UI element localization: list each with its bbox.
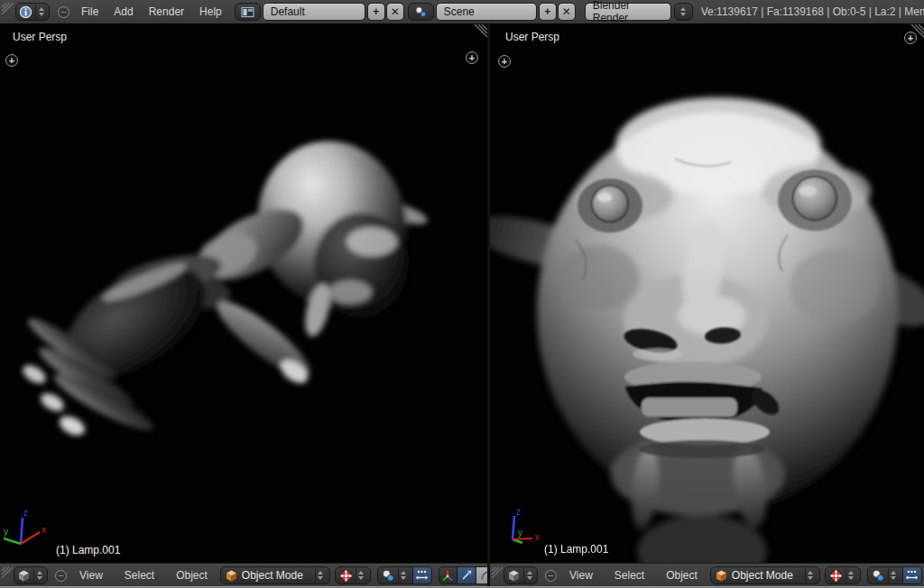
collapse-menus-button[interactable]: − — [58, 6, 69, 18]
corner-resize-grip[interactable] — [491, 566, 503, 578]
toolshelf-expand-icon[interactable]: + — [5, 54, 18, 67]
axis-z-label: z — [516, 507, 521, 517]
properties-expand-icon[interactable]: + — [466, 51, 478, 64]
editor-type-selector[interactable] — [504, 566, 538, 584]
toolshelf-expand-icon[interactable]: + — [498, 55, 511, 68]
spinner-arrows — [315, 568, 326, 583]
screen-layout-icon — [241, 5, 254, 19]
engine-spinner-button[interactable] — [674, 3, 693, 21]
minus-icon: − — [548, 571, 553, 581]
menu-select[interactable]: Select — [119, 569, 160, 582]
editor-spinner-arrows[interactable] — [523, 568, 534, 583]
scene-icon — [414, 5, 428, 19]
mode-dropdown[interactable]: Object Mode — [710, 566, 820, 584]
3d-viewport-left[interactable]: User Persp + + z y x (1) Lamp.001 — [0, 23, 487, 563]
info-editor-icon — [19, 5, 32, 19]
collapse-menus-button[interactable]: − — [545, 570, 557, 582]
manipulate-center-points-toggle[interactable] — [413, 566, 432, 584]
corner-resize-grip[interactable] — [910, 23, 924, 38]
viewport-header-left: − View Select Object Object Mode — [0, 563, 487, 587]
menu-object[interactable]: Object — [661, 569, 703, 582]
delete-layout-button[interactable]: ✕ — [386, 3, 404, 21]
menu-help[interactable]: Help — [194, 5, 227, 18]
pivot-point-dropdown[interactable] — [377, 566, 413, 584]
object-mode-cube-icon — [715, 569, 728, 583]
menu-file[interactable]: File — [76, 5, 104, 18]
menu-view[interactable]: View — [74, 569, 108, 582]
manipulator-axis-icon — [441, 569, 454, 582]
rotate-arc-icon — [479, 569, 487, 582]
viewport-shading-dropdown[interactable] — [335, 566, 371, 584]
mode-dropdown[interactable]: Object Mode — [220, 566, 330, 584]
shading-sphere-icon — [829, 569, 843, 583]
3d-viewport-editor-icon — [507, 569, 521, 583]
spinner-arrows — [356, 568, 366, 583]
corner-resize-grip[interactable] — [473, 23, 487, 38]
translate-arrow-icon — [460, 569, 473, 582]
spinner-arrows — [398, 568, 409, 583]
center-points-icon — [905, 569, 919, 583]
blender-window: − File Add Render Help Default + ✕ — [0, 0, 924, 588]
collapse-menus-button[interactable]: − — [55, 570, 67, 582]
translate-manipulator-button[interactable] — [457, 566, 476, 584]
delete-scene-button[interactable]: ✕ — [558, 3, 576, 21]
manipulate-center-points-toggle[interactable] — [903, 566, 922, 584]
info-header: − File Add Render Help Default + ✕ — [0, 0, 924, 24]
add-scene-button[interactable]: + — [539, 3, 557, 21]
plus-icon: + — [544, 5, 550, 18]
object-mode-cube-icon — [225, 569, 238, 583]
plus-icon: + — [373, 5, 379, 18]
manipulator-toggle[interactable] — [439, 566, 457, 584]
corner-resize-grip[interactable] — [1, 2, 14, 14]
editor-spinner-arrows[interactable] — [35, 5, 46, 19]
scene-statistics: Ve:1139617 | Fa:1139168 | Ob:0-5 | La:2 … — [701, 5, 924, 18]
pivot-point-dropdown[interactable] — [867, 566, 903, 584]
minus-icon: − — [60, 7, 66, 17]
axis-x-label: x — [535, 532, 540, 542]
spinner-arrows — [805, 568, 816, 583]
plus-icon: + — [469, 53, 475, 63]
axis-y-label: y — [518, 528, 522, 537]
active-object-label: (1) Lamp.001 — [544, 543, 608, 556]
editor-type-selector[interactable] — [14, 566, 48, 584]
editor-spinner-arrows[interactable] — [33, 568, 44, 583]
3d-viewport-right[interactable]: User Persp + + z y x (1) Lamp.001 — [490, 23, 924, 563]
minus-icon: − — [58, 571, 63, 581]
menu-object[interactable]: Object — [171, 569, 213, 582]
3d-viewport-editor-icon — [17, 569, 31, 583]
mode-value: Object Mode — [242, 569, 312, 582]
close-icon: ✕ — [562, 5, 571, 18]
render-engine-dropdown[interactable]: Blender Render — [585, 3, 671, 21]
screen-layout-value: Default — [271, 5, 305, 18]
editor-type-selector[interactable] — [15, 3, 50, 21]
active-object-label: (1) Lamp.001 — [56, 544, 120, 556]
pivot-median-icon — [872, 569, 885, 583]
add-layout-button[interactable]: + — [367, 3, 385, 21]
menu-add[interactable]: Add — [108, 5, 138, 18]
view-name-label: User Persp — [505, 31, 559, 43]
render-engine-value: Blender Render — [593, 0, 663, 24]
pivot-median-icon — [382, 569, 395, 583]
axis-gizmo: z y x — [0, 505, 54, 550]
menu-select[interactable]: Select — [609, 569, 650, 582]
screen-layout-browse-button[interactable] — [235, 3, 261, 21]
shading-sphere-icon — [339, 569, 353, 583]
mode-value: Object Mode — [732, 569, 802, 582]
center-points-icon — [415, 569, 429, 583]
sculpt-render-hand-and-head — [0, 23, 487, 563]
axis-z-label: z — [23, 508, 28, 518]
screen-layout-field[interactable]: Default — [263, 3, 365, 21]
corner-resize-grip[interactable] — [1, 566, 13, 578]
scene-browse-button[interactable] — [408, 3, 434, 21]
close-icon: ✕ — [391, 5, 400, 18]
menu-render[interactable]: Render — [143, 5, 189, 18]
spinner-arrows — [888, 568, 899, 583]
rotate-manipulator-button[interactable] — [476, 566, 487, 584]
plus-icon: + — [502, 57, 507, 67]
sculpt-render-creature-face — [490, 23, 924, 563]
scene-value: Scene — [444, 5, 475, 18]
scene-field[interactable]: Scene — [436, 3, 537, 21]
viewport-shading-dropdown[interactable] — [825, 566, 861, 584]
menu-view[interactable]: View — [564, 569, 598, 582]
view-name-label: User Persp — [13, 31, 67, 43]
